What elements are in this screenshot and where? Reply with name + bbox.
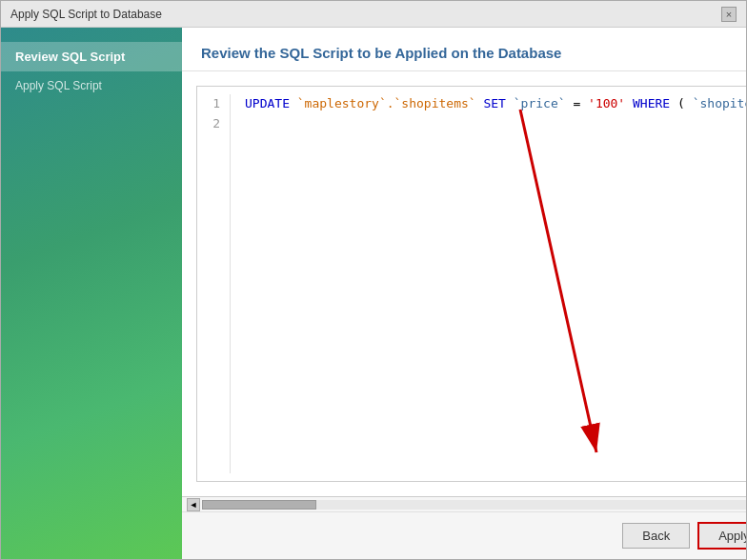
sidebar: Review SQL Script Apply SQL Script <box>1 28 182 559</box>
scroll-left-arrow[interactable]: ◄ <box>187 498 200 511</box>
script-content: 1 2 UPDATE `maplestory`.`shopitems` SET <box>197 87 746 481</box>
content-header-title: Review the SQL Script to be Applied on t… <box>201 45 561 61</box>
apply-sql-dialog: Apply SQL Script to Database × Review SQ… <box>0 0 747 560</box>
content-wrapper: 1 2 UPDATE `maplestory`.`shopitems` SET <box>182 71 746 511</box>
column-shopitemid: `shopitemid` <box>693 96 746 110</box>
sidebar-item-label: Apply SQL Script <box>15 79 102 92</box>
back-button[interactable]: Back <box>622 523 690 549</box>
close-button[interactable]: × <box>721 7 737 22</box>
sidebar-item-apply-sql[interactable]: Apply SQL Script <box>1 71 182 100</box>
line-numbers: 1 2 <box>197 94 231 473</box>
content-area: Review the SQL Script to be Applied on t… <box>182 28 746 559</box>
code-eq: = <box>573 96 588 110</box>
keyword-update: UPDATE <box>245 96 290 110</box>
scroll-thumb[interactable] <box>202 500 316 510</box>
apply-button[interactable]: Apply <box>697 522 746 550</box>
main-content: Review SQL Script Apply SQL Script Revie… <box>1 28 746 559</box>
sidebar-item-review-sql[interactable]: Review SQL Script <box>1 42 182 71</box>
sidebar-item-label: Review SQL Script <box>15 50 125 64</box>
footer: Back Apply Cancel <box>182 511 746 559</box>
code-line-2 <box>245 114 746 134</box>
code-line-1: UPDATE `maplestory`.`shopitems` SET `pri… <box>245 94 746 114</box>
value-100: '100' <box>588 96 625 110</box>
table-ref: `maplestory`.`shopitems` <box>297 96 476 110</box>
line-number-2: 2 <box>207 114 220 134</box>
horizontal-scrollbar[interactable]: ◄ ► <box>182 496 746 511</box>
title-bar: Apply SQL Script to Database × <box>1 1 746 28</box>
code-paren1: ( <box>677 96 685 110</box>
keyword-set: SET <box>483 96 505 110</box>
line-number-1: 1 <box>207 94 220 114</box>
window-title: Apply SQL Script to Database <box>10 8 162 21</box>
scroll-track[interactable] <box>202 500 746 510</box>
column-price: `price` <box>514 96 566 110</box>
script-area[interactable]: 1 2 UPDATE `maplestory`.`shopitems` SET <box>196 86 746 482</box>
content-header: Review the SQL Script to be Applied on t… <box>182 28 746 71</box>
code-lines: UPDATE `maplestory`.`shopitems` SET `pri… <box>231 94 746 473</box>
keyword-where: WHERE <box>633 96 670 110</box>
